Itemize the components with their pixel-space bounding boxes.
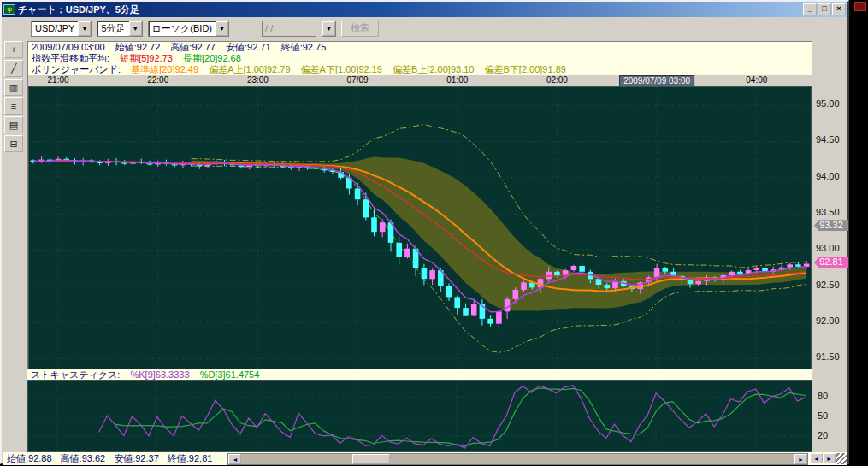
time-tick-label: 21:00 [48,75,69,85]
time-tick-label: 02:00 [546,75,568,85]
trendline-tool-button[interactable]: ╱ [4,60,23,77]
window-title: チャート：USD/JPY、5分足 [18,3,802,16]
price-tick-label: 95.00 [816,98,840,109]
price-tick-label: 91.50 [816,351,840,362]
stoch-tick-label: 20 [818,430,828,440]
chevron-down-icon[interactable]: ▼ [216,21,228,36]
price-tick-label: 94.00 [816,171,840,181]
close-button[interactable]: × [832,3,846,15]
toolbar: USD/JPY ▼ 5分足 ▼ ローソク(BID) ▼ / / ▼ 検索 [2,17,847,39]
stoch-d-value: %D[3]61.4754 [200,369,260,380]
cursor-tool-button[interactable]: + [4,41,23,58]
scroll-left-button[interactable]: ◄ [228,454,241,464]
time-tick-label: 07/09 [347,75,369,85]
background-close-button-fragment [854,2,866,11]
resize-grip-icon[interactable] [836,453,847,464]
print-tool-button[interactable]: ▤ [4,116,23,133]
time-tick-label: 04:00 [746,75,767,85]
bollinger-label: ボリンジャーバンド: [32,64,121,74]
chevron-down-icon[interactable]: ▼ [322,21,335,36]
stoch-k-value: %K[9]63.3333 [130,369,189,380]
chart-window: ψ チャート：USD/JPY、5分足 _ □ × USD/JPY ▼ 5分足 ▼… [0,0,849,464]
price-marker-tag: 92.81 [814,257,848,268]
stochastics-axis: 805020 [816,380,849,452]
time-tick-label: 22:00 [147,75,168,85]
ema-legend: 指数平滑移動平均: 短期[5]92.73 長期[20]92.68 [28,53,812,64]
main-chart-panel: 2009/07/09 03:00 始値:92.72 高値:92.77 安値:92… [27,41,812,371]
session-open: 始値:92.88 [7,452,52,465]
session-close: 終値:92.81 [168,452,213,465]
title-bar[interactable]: ψ チャート：USD/JPY、5分足 _ □ × [2,2,847,17]
stochastics-legend: ストキャスティクス: %K[9]63.3333 %D[3]61.4754 [27,369,812,380]
price-marker-tag: 93.32 [814,220,848,231]
chevron-down-icon[interactable]: ▼ [78,21,91,36]
selected-datetime: 2009/07/09 03:00 [32,42,105,52]
page-right-button[interactable]: ► [823,453,836,463]
bb-basis-value: 基準線[20]92.49 [131,64,198,74]
price-axis: 95.0094.5094.0093.5093.0092.5092.0091.50… [814,86,849,369]
time-tick-label: 01:00 [446,75,468,85]
date-select[interactable]: ▼ [322,21,336,37]
pair-select[interactable]: USD/JPY ▼ [31,21,92,37]
main-chart-canvas[interactable] [29,87,811,369]
stochastics-canvas[interactable] [28,381,810,451]
app-icon: ψ [3,4,15,15]
ema-short-value: 短期[5]92.73 [120,53,173,63]
chevron-down-icon[interactable]: ▼ [129,21,142,36]
stochastics-chart-area[interactable] [27,380,812,452]
list-tool-button[interactable]: ≡ [4,97,23,115]
bb-b-up-value: 偏差B上[2.00]93.10 [393,64,474,74]
search-button[interactable]: 検索 [341,21,379,37]
price-tick-label: 92.50 [816,280,840,290]
price-tick-label: 93.50 [816,207,840,217]
chart-style-select[interactable]: ローソク(BID) ▼ [148,21,229,37]
interval-select-value: 5分足 [97,22,128,35]
stoch-tick-label: 50 [818,410,828,421]
ema-long-value: 長期[20]92.68 [183,53,241,63]
chart-style-value: ローソク(BID) [149,22,216,35]
stochastics-label: ストキャスティクス: [31,369,120,380]
selected-time-badge: 2009/07/09 03:00 [619,75,694,86]
main-chart-area[interactable] [28,86,812,370]
interval-select[interactable]: 5分足 ▼ [97,21,142,37]
scroll-right-button[interactable]: ► [794,454,807,464]
scrollbar-track[interactable] [241,454,794,464]
session-low: 安値:92.37 [114,452,159,465]
selected-low: 安値:92.71 [226,42,271,52]
indicator-tool-button[interactable]: ▥ [4,79,23,96]
time-tick-label: 23:00 [247,75,269,85]
ema-label: 指数平滑移動平均: [32,53,109,63]
drawing-toolbar: + ╱ ▥ ≡ ▤ ⊟ [4,41,25,154]
bb-a-down-value: 偏差A下[1.00]92.19 [301,64,382,74]
save-tool-button[interactable]: ⊟ [4,135,23,152]
bb-b-down-value: 偏差B下[2.00]91.89 [484,64,565,74]
minimize-button[interactable]: _ [803,3,817,15]
status-bar: 始値:92.88 高値:93.62 安値:92.37 終値:92.81 ◄ ► … [3,452,847,465]
stoch-tick-label: 80 [818,391,828,401]
time-axis: 21:0022:0023:0007/0901:0002:002009/07/09… [28,75,812,86]
maximize-button[interactable]: □ [818,3,831,15]
scrollbar-thumb[interactable] [352,454,390,464]
price-tick-label: 93.00 [816,243,840,253]
pair-select-value: USD/JPY [32,23,78,33]
bollinger-legend: ボリンジャーバンド: 基準線[20]92.49 偏差A上[1.00]92.79 … [28,64,812,75]
page-left-button[interactable]: ◄ [810,453,823,463]
date-input[interactable]: / / [262,21,316,37]
selected-candle-info: 2009/07/09 03:00 始値:92.72 高値:92.77 安値:92… [28,42,812,53]
selected-open: 始値:92.72 [115,42,161,52]
horizontal-scrollbar[interactable]: ◄ ► [227,453,808,465]
corner-buttons: ◄ ► [810,453,847,464]
selected-close: 終値:92.75 [281,42,327,52]
price-tick-label: 92.00 [816,316,840,326]
price-tick-label: 94.50 [816,134,840,145]
selected-high: 高値:92.77 [170,42,216,52]
bb-a-up-value: 偏差A上[1.00]92.79 [209,64,290,74]
desktop: ψ チャート：USD/JPY、5分足 _ □ × USD/JPY ▼ 5分足 ▼… [0,0,868,466]
session-high: 高値:93.62 [61,452,106,465]
